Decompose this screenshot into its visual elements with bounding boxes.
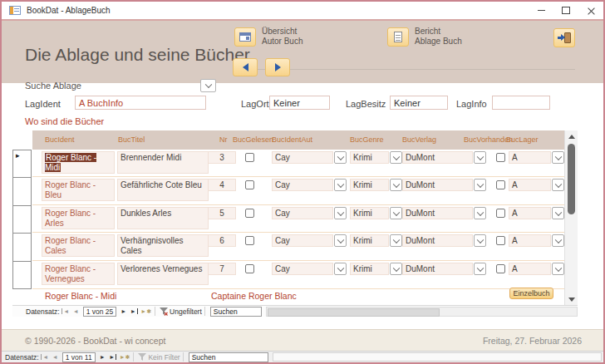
scroll-down-icon[interactable] [565,293,578,305]
search-input[interactable]: Suchen [189,352,268,362]
buclager-dropdown[interactable] [552,234,564,247]
bucident-cell[interactable]: Roger Blanc - Vernegues [42,263,115,285]
first-record-icon[interactable]: ◄ [61,307,70,316]
record-position[interactable]: 1 von 25 [83,307,117,317]
bucverlag-cell[interactable]: DuMont Buchverlag [402,234,473,247]
prev-record-icon[interactable]: ◄ [51,352,60,362]
new-record-icon[interactable]: ►✱ [140,307,151,316]
bucidentaut-dropdown[interactable] [334,234,347,247]
nr-cell[interactable]: 3 [208,151,236,164]
buclager-dropdown[interactable] [552,179,564,191]
bucident-cell[interactable]: Roger Blanc - Cales [42,234,115,257]
buclager-cell[interactable]: A BuchInfo [509,234,551,247]
bucvorhanden-checkbox[interactable] [496,264,505,273]
bucident-cell[interactable]: Roger Blanc - Midi [42,151,115,174]
search-input[interactable]: Suchen [210,307,262,317]
table-vertical-scrollbar[interactable] [564,130,578,305]
filter-icon[interactable] [160,307,168,316]
buclager-cell[interactable]: A BuchInfo [509,263,551,275]
exit-button[interactable] [553,28,575,47]
bucidentaut-cell[interactable]: Cay Rademacher [272,234,333,247]
bucgelesen-checkbox[interactable] [245,236,254,245]
buclager-cell[interactable]: A BuchInfo [509,207,551,219]
buclager-cell[interactable]: A BuchInfo [509,151,551,164]
bucident-cell[interactable]: Roger Blanc - Bleu [42,179,115,201]
scrollbar-thumb[interactable] [568,144,575,214]
last-record-icon[interactable]: ► [109,352,118,362]
buctitel-cell[interactable]: Verhängnisvolles Cales [117,234,209,257]
first-record-icon[interactable]: ◄ [40,352,49,362]
einzelbuch-button[interactable]: Einzelbuch [509,288,553,299]
nr-cell[interactable]: 6 [208,234,236,247]
nr-cell[interactable]: 5 [208,207,236,219]
next-record-icon[interactable]: ► [119,307,128,316]
bucgenre-dropdown[interactable] [390,263,402,275]
bucverlag-dropdown[interactable] [474,151,486,164]
record-selector-column[interactable] [12,150,32,289]
record-position[interactable]: 1 von 11 [62,352,96,362]
bucverlag-cell[interactable]: DuMont Buchverlag [402,207,473,219]
nr-cell[interactable]: 4 [208,179,236,191]
suche-ablage-dropdown[interactable] [200,79,216,92]
bucgenre-cell[interactable]: Krimi [350,179,389,191]
bucvorhanden-checkbox[interactable] [496,180,505,189]
nr-cell[interactable]: 7 [208,263,236,275]
bucverlag-dropdown[interactable] [474,263,486,275]
next-record-button[interactable] [265,58,290,76]
bucgenre-dropdown[interactable] [390,207,402,219]
bucidentaut-dropdown[interactable] [334,207,347,219]
scroll-up-icon[interactable] [565,130,578,142]
bucgelesen-checkbox[interactable] [245,264,254,273]
bucgelesen-checkbox[interactable] [245,209,254,218]
bucvorhanden-checkbox[interactable] [496,209,505,218]
bucverlag-cell[interactable]: DuMont Buchverlag [402,151,473,164]
bucidentaut-cell[interactable]: Cay Rademacher [272,207,333,219]
bucgenre-cell[interactable]: Krimi [350,234,389,247]
bucverlag-dropdown[interactable] [474,207,486,219]
laginfo-field[interactable] [492,96,550,110]
bucidentaut-dropdown[interactable] [334,179,347,191]
bucgenre-cell[interactable]: Krimi [350,207,389,219]
maximize-button[interactable] [553,2,578,19]
bucverlag-cell[interactable]: DuMont Buchverlag [402,179,473,191]
bucidentaut-dropdown[interactable] [334,151,347,164]
bucvorhanden-checkbox[interactable] [496,236,505,245]
bericht-ablage-buch-button[interactable] [387,27,409,47]
buctitel-cell[interactable]: Dunkles Arles [117,207,209,229]
bucident-cell[interactable]: Roger Blanc - Arles [42,207,115,229]
filter-state[interactable]: Ungefiltert [170,307,202,316]
buclager-dropdown[interactable] [552,151,564,164]
bucgenre-cell[interactable]: Krimi [350,151,389,164]
lagort-field[interactable]: Keiner [269,96,330,110]
buctitel-cell[interactable]: Verlorenes Vernegues [117,263,209,285]
last-record-icon[interactable]: ► [130,307,139,316]
bucverlag-dropdown[interactable] [474,179,486,191]
bucgelesen-checkbox[interactable] [245,153,254,162]
next-record-icon[interactable]: ► [98,352,107,362]
bucgenre-cell[interactable]: Krimi [350,263,389,275]
bucverlag-dropdown[interactable] [474,234,486,247]
table-horizontal-scrollbar[interactable] [266,307,578,317]
new-record-icon[interactable]: ►✱ [120,352,130,362]
buclager-cell[interactable]: A BuchInfo [509,179,551,191]
bucgelesen-checkbox[interactable] [245,180,254,189]
bucgenre-dropdown[interactable] [390,234,402,247]
bucidentaut-cell[interactable]: Cay Rademacher [272,263,333,275]
bucgenre-dropdown[interactable] [390,179,402,191]
bucverlag-cell[interactable]: DuMont Buchverlag [402,263,473,275]
previous-record-button[interactable] [233,58,258,76]
lagident-field[interactable]: A BuchInfo [75,96,206,110]
bucvorhanden-checkbox[interactable] [496,153,505,162]
bucidentaut-cell[interactable]: Cay Rademacher [272,151,333,164]
close-button[interactable] [578,2,603,19]
buctitel-cell[interactable]: Gefährliche Cote Bleu [117,179,209,201]
filter-icon[interactable] [138,353,146,362]
buctitel-cell[interactable]: Brennender Midi [117,151,209,174]
overview-autor-buch-button[interactable] [234,27,256,47]
buclager-dropdown[interactable] [552,263,564,275]
buclager-dropdown[interactable] [552,207,564,219]
bucgenre-dropdown[interactable] [390,151,402,164]
bucidentaut-cell[interactable]: Cay Rademacher [272,179,333,191]
bucidentaut-dropdown[interactable] [334,263,347,275]
prev-record-icon[interactable]: ◄ [71,307,81,316]
